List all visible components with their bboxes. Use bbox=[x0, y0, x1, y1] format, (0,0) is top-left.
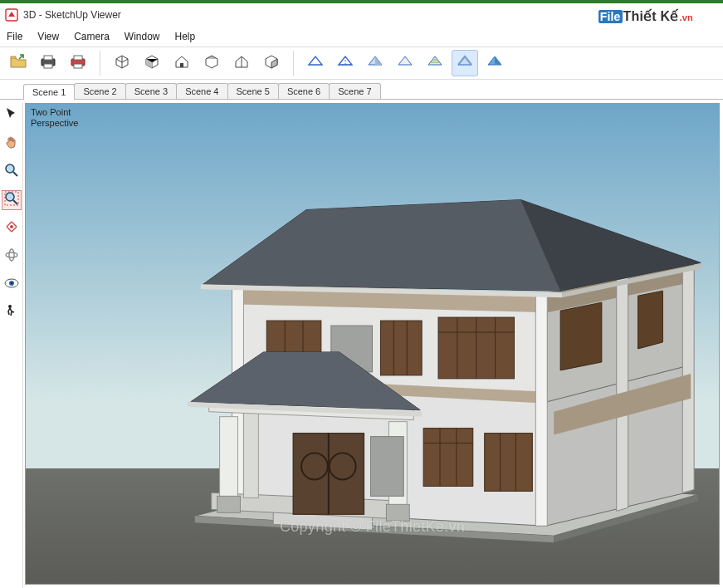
svg-point-15 bbox=[9, 249, 14, 261]
svg-point-13 bbox=[10, 225, 13, 228]
view-top-icon bbox=[203, 53, 221, 73]
svg-rect-75 bbox=[371, 437, 404, 497]
tool-look[interactable] bbox=[2, 276, 21, 294]
print-icon bbox=[39, 53, 57, 73]
view-back-icon bbox=[262, 53, 281, 73]
style-xray-icon bbox=[456, 53, 474, 73]
zoom-window-icon bbox=[4, 191, 19, 209]
tool-pan-hand[interactable] bbox=[2, 135, 21, 153]
toolbar-separator bbox=[293, 51, 294, 76]
main-toolbar bbox=[0, 47, 723, 80]
print-button[interactable] bbox=[35, 50, 61, 76]
style-mono-button[interactable] bbox=[392, 50, 418, 76]
style-color-icon bbox=[486, 53, 504, 73]
side-toolbar bbox=[0, 103, 23, 588]
tool-orbit[interactable] bbox=[2, 247, 21, 266]
svg-point-14 bbox=[6, 252, 17, 257]
menu-file[interactable]: File bbox=[7, 31, 22, 42]
orbit-icon bbox=[4, 247, 19, 266]
scene-tab-4[interactable]: Scene 4 bbox=[176, 83, 227, 99]
svg-marker-47 bbox=[638, 291, 663, 349]
svg-rect-54 bbox=[423, 429, 473, 487]
menu-camera[interactable]: Camera bbox=[74, 31, 110, 42]
scene-tab-6[interactable]: Scene 6 bbox=[278, 83, 330, 99]
scene-tabs: Scene 1Scene 2Scene 3Scene 4Scene 5Scene… bbox=[0, 80, 723, 100]
view-iso-icon bbox=[113, 53, 131, 73]
style-tex-icon bbox=[426, 53, 444, 73]
select-icon bbox=[4, 106, 19, 125]
window-title: 3D - SketchUp Viewer bbox=[23, 9, 121, 21]
svg-line-9 bbox=[13, 172, 17, 176]
style-shaded-icon bbox=[366, 53, 384, 73]
menu-view[interactable]: View bbox=[37, 31, 59, 42]
svg-point-10 bbox=[6, 193, 14, 201]
tool-zoom-window[interactable] bbox=[2, 191, 21, 209]
tool-zoom-extents[interactable] bbox=[2, 219, 21, 238]
svg-point-8 bbox=[6, 164, 14, 173]
export-pdf-button[interactable] bbox=[65, 50, 91, 76]
svg-line-11 bbox=[13, 200, 17, 204]
camera-label: Two Point Perspective bbox=[31, 107, 78, 128]
style-tex-button[interactable] bbox=[422, 50, 448, 76]
scene-tab-2[interactable]: Scene 2 bbox=[74, 83, 125, 99]
style-wire-button[interactable] bbox=[302, 50, 329, 76]
house-model bbox=[26, 104, 719, 584]
look-icon bbox=[4, 276, 19, 294]
style-mono-icon bbox=[396, 53, 414, 73]
svg-rect-62 bbox=[220, 417, 238, 510]
style-color-button[interactable] bbox=[481, 50, 508, 76]
view-right-icon bbox=[232, 53, 251, 73]
menu-window[interactable]: Window bbox=[125, 31, 160, 42]
style-hidden-icon bbox=[336, 53, 354, 73]
view-back-button[interactable] bbox=[258, 50, 285, 76]
view-home-icon bbox=[173, 53, 191, 73]
scene-tab-3[interactable]: Scene 3 bbox=[125, 83, 177, 99]
view-front-icon bbox=[143, 53, 161, 73]
menu-help[interactable]: Help bbox=[175, 31, 196, 42]
app-icon bbox=[5, 8, 18, 22]
tool-select[interactable] bbox=[2, 106, 21, 125]
svg-marker-48 bbox=[560, 302, 602, 370]
scene-tab-1[interactable]: Scene 1 bbox=[23, 84, 75, 100]
viewport-3d[interactable]: Two Point Perspective Copyright © FileTh… bbox=[25, 103, 720, 585]
toolbar-separator bbox=[100, 51, 100, 76]
view-home-button[interactable] bbox=[169, 50, 195, 76]
site-logo: FileThiết Kế.vn bbox=[598, 8, 693, 24]
pan-hand-icon bbox=[4, 135, 19, 153]
view-front-button[interactable] bbox=[139, 50, 165, 76]
svg-rect-7 bbox=[180, 63, 183, 67]
svg-rect-6 bbox=[74, 64, 82, 68]
scene-tab-7[interactable]: Scene 7 bbox=[329, 83, 380, 99]
svg-rect-5 bbox=[74, 56, 82, 60]
open-file-icon bbox=[9, 53, 27, 73]
svg-rect-66 bbox=[243, 412, 258, 498]
view-right-button[interactable] bbox=[228, 50, 255, 76]
tool-zoom[interactable] bbox=[2, 163, 21, 181]
scene-tab-5[interactable]: Scene 5 bbox=[227, 83, 279, 99]
workspace: Two Point Perspective Copyright © FileTh… bbox=[0, 103, 723, 588]
style-shaded-button[interactable] bbox=[362, 50, 388, 76]
view-iso-button[interactable] bbox=[109, 50, 135, 76]
zoom-icon bbox=[4, 163, 19, 181]
svg-rect-65 bbox=[386, 504, 409, 521]
zoom-extents-icon bbox=[4, 219, 19, 238]
svg-rect-38 bbox=[380, 321, 422, 375]
svg-rect-2 bbox=[44, 56, 52, 60]
export-pdf-icon bbox=[69, 53, 87, 73]
open-file-button[interactable] bbox=[5, 50, 32, 76]
style-xray-button[interactable] bbox=[452, 50, 478, 76]
style-wire-icon bbox=[306, 53, 325, 73]
walk-icon bbox=[4, 304, 19, 322]
svg-rect-63 bbox=[217, 496, 241, 512]
menu-bar: File View Camera Window Help bbox=[0, 27, 723, 47]
style-hidden-button[interactable] bbox=[332, 50, 359, 76]
view-top-button[interactable] bbox=[198, 50, 225, 76]
svg-point-19 bbox=[8, 305, 12, 308]
svg-point-18 bbox=[10, 282, 12, 284]
svg-rect-58 bbox=[485, 434, 533, 492]
svg-rect-32 bbox=[535, 296, 547, 526]
tool-walk[interactable] bbox=[2, 304, 21, 322]
svg-rect-3 bbox=[44, 64, 52, 68]
